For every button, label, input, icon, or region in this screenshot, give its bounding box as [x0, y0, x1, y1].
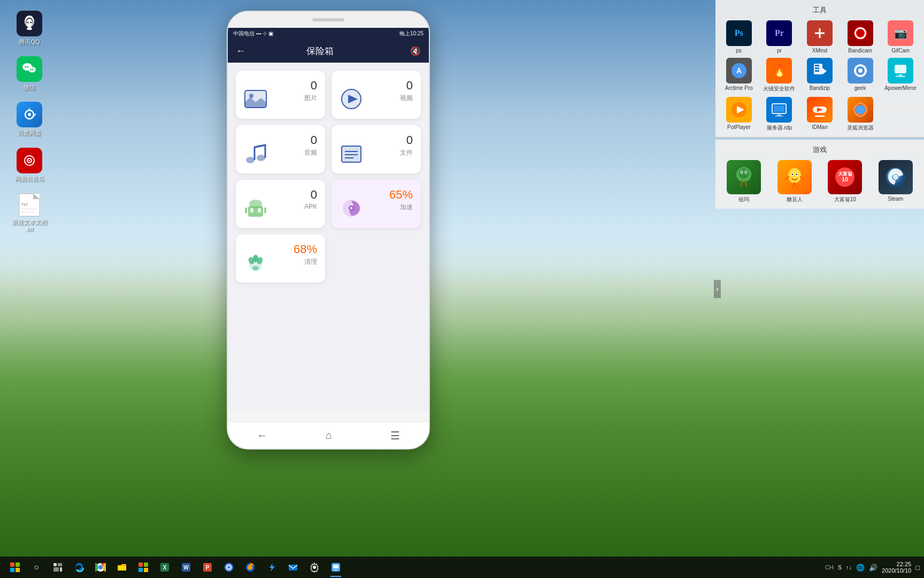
edge-browser[interactable]: [68, 557, 90, 578]
excel-app[interactable]: X: [154, 557, 175, 578]
images-card[interactable]: 0 图片: [236, 71, 325, 119]
chrome-app[interactable]: [218, 557, 240, 578]
home-nav-button[interactable]: ⌂: [326, 429, 332, 442]
new-txt-icon-desktop[interactable]: TXT 新建文本文档 .txt: [11, 193, 48, 233]
network-icon[interactable]: 🌐: [856, 564, 865, 572]
active-app[interactable]: [325, 557, 346, 578]
word-app[interactable]: W: [175, 557, 197, 578]
taskbar: ○: [0, 557, 924, 578]
boost-card[interactable]: 65% 加速: [332, 180, 421, 228]
svg-point-65: [796, 174, 797, 175]
zuma-app[interactable]: 祖玛: [721, 160, 767, 203]
clean-count: 68%: [294, 242, 317, 256]
apk-label: APK: [304, 203, 317, 210]
carrier-text: 中国电信 ▪▪▪ ⊹ ▣: [233, 30, 273, 37]
svg-point-92: [249, 200, 262, 208]
phone-screen: 中国电信 ▪▪▪ ⊹ ▣ 晚上10:25 ← 保险箱 🔇 0 图片: [228, 28, 429, 422]
svg-rect-91: [258, 208, 261, 212]
apowermirror-label: ApowerMirror: [884, 85, 917, 91]
svg-rect-107: [53, 563, 57, 566]
apowermirror-app[interactable]: ApowerMirror: [882, 58, 919, 93]
svg-rect-41: [899, 74, 902, 76]
rdp-label: 服务器.rdp: [767, 124, 792, 132]
ms-store[interactable]: [133, 557, 154, 578]
svg-text:A: A: [736, 66, 742, 75]
wechat-icon-desktop[interactable]: 微信: [11, 56, 48, 91]
geek-app[interactable]: geek: [842, 58, 879, 93]
task-view[interactable]: [47, 557, 68, 578]
back-nav-button[interactable]: ←: [257, 429, 267, 442]
new-txt-label: 新建文本文档 .txt: [12, 219, 47, 233]
tools-panel: 工具 Ps ps Pr pr: [715, 0, 924, 138]
phone-speaker: [312, 18, 344, 21]
svg-rect-48: [775, 116, 783, 117]
svg-rect-31: [815, 70, 819, 72]
huwei-app[interactable]: 🔥 火绒安全软件: [761, 58, 798, 93]
settings-app[interactable]: [304, 557, 325, 578]
bandicam-app[interactable]: Bandicam: [842, 20, 879, 54]
baidu-disk-icon-desktop[interactable]: 百度网盘: [11, 102, 48, 136]
svg-point-97: [350, 207, 352, 209]
clean-icon: [244, 251, 267, 275]
menu-nav-button[interactable]: ☰: [390, 429, 400, 442]
xmind-app[interactable]: XMind: [802, 20, 838, 54]
video-card[interactable]: 0 视频: [332, 71, 421, 119]
apk-card[interactable]: 0 APK: [236, 180, 325, 228]
notification-icon[interactable]: □: [915, 564, 920, 572]
files-label: 文件: [400, 148, 413, 157]
firefox-app[interactable]: [240, 557, 261, 578]
svg-point-35: [858, 69, 863, 73]
qq-icon-desktop[interactable]: 腾讯QQ: [11, 11, 48, 45]
svg-marker-19: [34, 194, 40, 199]
potplayer-app[interactable]: PotPlayer: [721, 97, 757, 132]
svg-rect-117: [138, 568, 143, 572]
clock-time: 22:25: [882, 561, 911, 567]
dafu10-app[interactable]: 大富翁 10 大富翁10: [822, 160, 868, 203]
right-panels: 工具 Ps ps Pr pr: [715, 0, 924, 209]
start-button[interactable]: [4, 557, 26, 578]
search-taskbar[interactable]: ○: [26, 557, 47, 578]
chrome-browser[interactable]: [90, 557, 111, 578]
system-clock[interactable]: 22:25 2020/10/10: [882, 561, 911, 574]
idman-app[interactable]: IDMan: [802, 97, 838, 132]
email-app[interactable]: [282, 557, 304, 578]
phone-header: ← 保险箱 🔇: [228, 40, 429, 63]
linghu-app[interactable]: 灵狐浏览器: [842, 97, 879, 132]
bandizip-label: Bandizip: [810, 85, 830, 91]
candybean-app[interactable]: 糖豆人: [772, 160, 818, 203]
files-card[interactable]: 0 文件: [332, 125, 421, 173]
back-button[interactable]: ←: [236, 45, 245, 57]
sougou-icon[interactable]: S: [838, 564, 842, 571]
svg-rect-108: [58, 563, 62, 566]
svg-point-14: [28, 113, 31, 116]
file-explorer[interactable]: [111, 557, 133, 578]
svg-point-127: [227, 566, 230, 569]
steam-app[interactable]: Steam: [873, 160, 919, 203]
updown-arrow: ↑↓: [846, 564, 852, 571]
svg-rect-40: [895, 65, 906, 73]
svg-rect-36: [860, 64, 861, 66]
arctime-app[interactable]: A Arctime Pro: [721, 58, 757, 93]
audio-count: 0: [311, 133, 317, 147]
clean-card[interactable]: 68% 清理: [236, 234, 325, 283]
svg-rect-103: [10, 562, 14, 567]
sound-taskbar-icon[interactable]: 🔊: [869, 564, 877, 572]
gifcam-app[interactable]: 📷 GifCam: [882, 20, 919, 54]
bandizip-app[interactable]: Bandizip: [802, 58, 838, 93]
svg-rect-47: [777, 115, 781, 116]
ppt-app[interactable]: P: [197, 557, 218, 578]
svg-line-68: [786, 177, 789, 180]
netease-icon-desktop[interactable]: 网易云音乐: [11, 148, 48, 182]
svg-point-61: [788, 168, 801, 183]
thunder-app[interactable]: [261, 557, 282, 578]
svg-point-59: [741, 171, 742, 172]
rdp-app[interactable]: 服务器.rdp: [761, 97, 798, 132]
ps-app[interactable]: Ps ps: [721, 20, 757, 54]
audio-card[interactable]: 0 音频: [236, 125, 325, 173]
svg-rect-129: [289, 565, 297, 571]
sound-icon[interactable]: 🔇: [410, 46, 421, 56]
pr-app[interactable]: Pr pr: [761, 20, 798, 54]
svg-rect-29: [815, 65, 819, 66]
scroll-arrow[interactable]: ›: [714, 280, 721, 298]
netease-label: 网易云音乐: [15, 176, 44, 182]
